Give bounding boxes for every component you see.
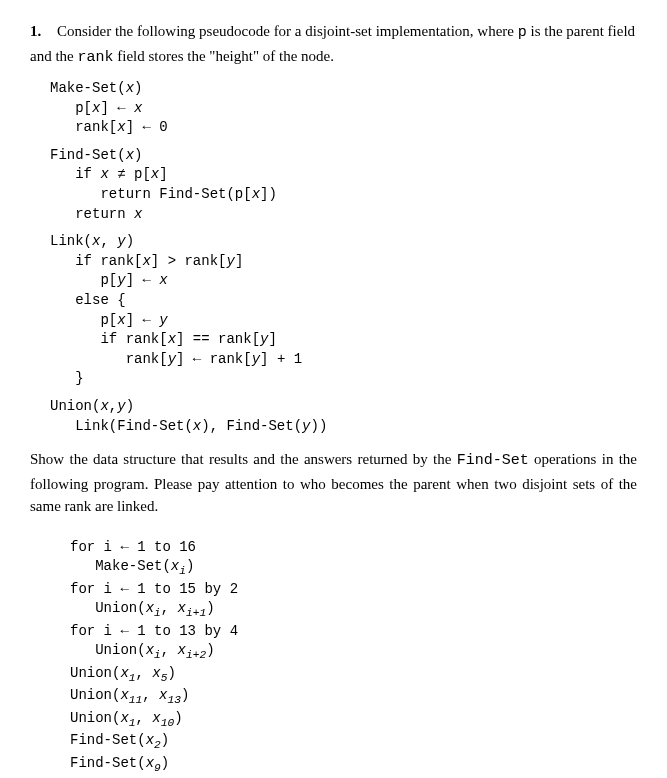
- intro-p: p: [518, 24, 527, 41]
- link-name: Link: [50, 233, 84, 249]
- findset-ref: Find-Set: [457, 452, 529, 469]
- program-code: for i ← 1 to 16 Make-Set(xi) for i ← 1 t…: [70, 538, 637, 777]
- findset-name: Find-Set: [50, 147, 117, 163]
- intro-rank: rank: [77, 49, 113, 66]
- link-code: Link(x, y) if rank[x] > rank[y] p[y] ← x…: [50, 232, 637, 389]
- mid-paragraph: Show the data structure that results and…: [30, 448, 637, 518]
- makeset-code: Make-Set(x) p[x] ← x rank[x] ← 0: [50, 79, 637, 138]
- union-code: Union(x,y) Link(Find-Set(x), Find-Set(y)…: [50, 397, 637, 436]
- intro-text-1: Consider the following pseudocode for a …: [57, 23, 518, 39]
- makeset-name: Make-Set: [50, 80, 117, 96]
- intro-text-3: field stores the "height" of the node.: [114, 48, 335, 64]
- question-number: 1.: [30, 23, 41, 39]
- question-intro: 1. Consider the following pseudocode for…: [30, 20, 637, 69]
- union-name: Union: [50, 398, 92, 414]
- findset-code: Find-Set(x) if x ≠ p[x] return Find-Set(…: [50, 146, 637, 224]
